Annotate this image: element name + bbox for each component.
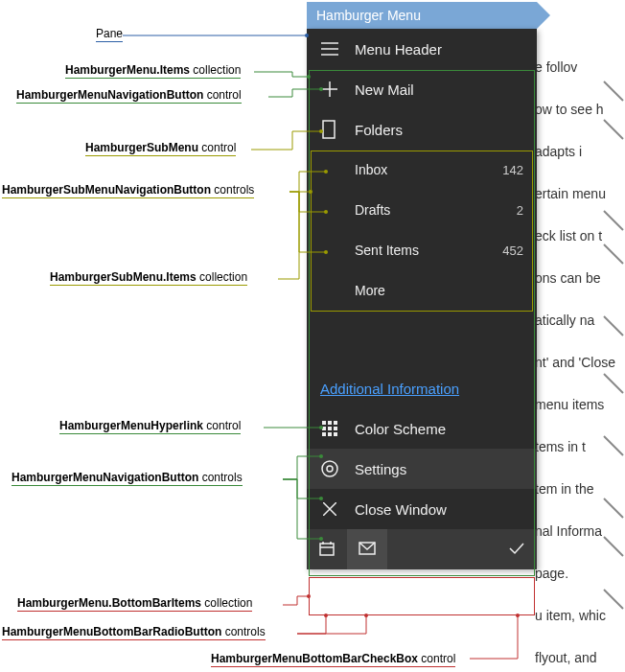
bottom-bar-calendar-button[interactable] (307, 529, 347, 569)
callout-nav-buttons: HamburgerMenuNavigationButton controls (12, 471, 243, 484)
submenu-item-sent[interactable]: Sent Items 452 (307, 230, 537, 270)
menu-item-label: Color Scheme (355, 421, 523, 437)
callout-bottom-radio: HamburgerMenuBottomBarRadioButton contro… (2, 625, 266, 638)
submenu-item-drafts[interactable]: Drafts 2 (307, 190, 537, 230)
grid-icon (320, 419, 339, 438)
menu-item-label: Close Window (355, 501, 523, 518)
menu-item-settings[interactable]: Settings (307, 449, 537, 489)
hamburger-menu-pane: Menu Header New Mail Folders Inbox 142 D… (307, 29, 537, 569)
menu-item-label: Settings (355, 461, 523, 477)
calendar-icon (319, 541, 335, 559)
svg-rect-5 (323, 121, 335, 138)
svg-rect-7 (328, 421, 332, 425)
menu-hyperlink[interactable]: Additional Information (307, 368, 537, 408)
submenu-item-label: Drafts (355, 202, 517, 218)
svg-rect-19 (320, 544, 334, 555)
submenu-item-label: Sent Items (355, 243, 502, 258)
callout-sub-nav-buttons: HamburgerSubMenuNavigationButton control… (2, 183, 254, 197)
callout-items: HamburgerMenu.Items collection (65, 63, 241, 77)
svg-rect-14 (334, 432, 337, 436)
callout-nav-button: HamburgerMenuNavigationButton control (16, 88, 242, 102)
submenu-item-count: 2 (517, 203, 523, 218)
menu-item-new-mail[interactable]: New Mail (307, 69, 537, 109)
menu-hyperlink-label: Additional Information (320, 381, 459, 397)
svg-rect-10 (328, 427, 332, 430)
menu-item-folders[interactable]: Folders (307, 109, 537, 150)
window-title: Hamburger Menu (307, 2, 537, 29)
check-icon (509, 542, 524, 558)
svg-rect-6 (322, 421, 326, 425)
svg-rect-11 (334, 427, 337, 430)
menu-header[interactable]: Menu Header (307, 29, 537, 69)
overlay-bottombar-box (309, 577, 535, 615)
submenu-item-count: 452 (502, 243, 523, 258)
folder-icon (320, 120, 339, 139)
bottom-bar-mail-button[interactable] (347, 529, 387, 569)
svg-rect-12 (322, 432, 326, 436)
submenu-item-label: More (355, 283, 523, 298)
svg-rect-8 (334, 421, 337, 425)
menu-spacer (307, 311, 537, 368)
background-document: e follov ow to see h adapts i ertain men… (535, 58, 621, 672)
submenu-item-label: Inbox (355, 162, 502, 177)
svg-point-15 (327, 466, 333, 472)
mail-icon (359, 542, 376, 558)
callout-bottom-items: HamburgerMenu.BottomBarItems collection (17, 596, 252, 610)
callout-pane: Pane (96, 27, 123, 40)
plus-icon (320, 80, 339, 99)
bottom-bar-check-button[interactable] (497, 529, 537, 569)
menu-item-close-window[interactable]: Close Window (307, 489, 537, 529)
title-text: Hamburger Menu (316, 8, 421, 23)
menu-item-label: Folders (355, 122, 523, 138)
callout-bottom-check: HamburgerMenuBottomBarCheckBox control (211, 652, 455, 665)
callout-hyperlink: HamburgerMenuHyperlink control (59, 419, 241, 432)
svg-rect-13 (328, 432, 332, 436)
gear-icon (320, 459, 339, 478)
menu-item-label: New Mail (355, 81, 523, 98)
svg-point-16 (322, 461, 337, 476)
menu-item-color-scheme[interactable]: Color Scheme (307, 408, 537, 449)
callout-sub-items: HamburgerSubMenu.Items collection (50, 270, 247, 284)
close-icon (320, 499, 339, 519)
menu-header-label: Menu Header (355, 41, 523, 58)
bottom-bar (307, 529, 537, 569)
svg-rect-9 (322, 427, 326, 430)
submenu-item-inbox[interactable]: Inbox 142 (307, 150, 537, 190)
submenu-item-more[interactable]: More (307, 270, 537, 311)
submenu-item-count: 142 (502, 163, 523, 177)
callout-submenu: HamburgerSubMenu control (85, 141, 236, 154)
hamburger-icon (320, 39, 339, 58)
